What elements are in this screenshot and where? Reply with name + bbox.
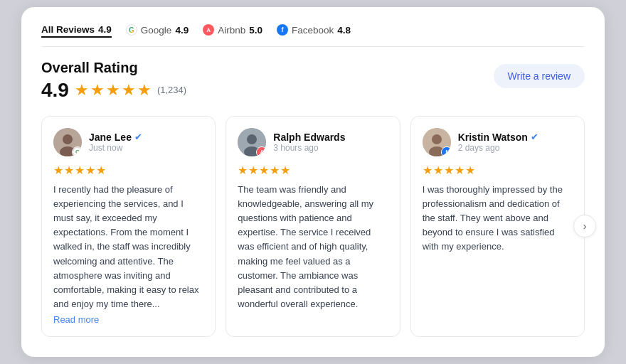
write-review-button[interactable]: Write a review: [494, 64, 585, 88]
star-2: ★: [90, 81, 105, 100]
platform-badge-2: A: [256, 146, 266, 156]
tab-google-label: Google: [141, 25, 172, 36]
reviewer-header-3: f Kristin Watson ✔ 2 days ago: [423, 128, 573, 156]
overall-score-row: 4.9 ★ ★ ★ ★ ★ (1,234): [41, 79, 186, 102]
tab-google-score: 4.9: [175, 25, 189, 36]
reviewer-header-1: G Jane Lee ✔ Just now: [53, 128, 203, 156]
review-card-3: f Kristin Watson ✔ 2 days ago ★ ★ ★ ★ ★: [410, 116, 585, 337]
reviews-widget: All Reviews 4.9 G Google 4.9 A Airbnb 5.…: [21, 7, 605, 357]
star-4: ★: [122, 81, 136, 100]
tab-airbnb-label: Airbnb: [218, 25, 245, 36]
reviewer-name-3: Kristin Watson: [458, 132, 528, 143]
read-more-link-1[interactable]: Read more: [53, 314, 203, 325]
overall-stars: ★ ★ ★ ★ ★: [75, 81, 152, 100]
overall-score: 4.9: [41, 79, 69, 102]
review-text-3: I was thoroughly impressed by the profes…: [423, 183, 573, 255]
tab-all-label: All Reviews: [41, 24, 95, 35]
reviewer-name-row-3: Kristin Watson ✔: [458, 132, 539, 143]
tab-facebook-label: Facebook: [292, 25, 334, 36]
star-1: ★: [75, 81, 89, 100]
reviewer-name-row-2: Ralph Edwards: [273, 132, 345, 143]
star-5: ★: [137, 81, 152, 100]
next-button[interactable]: ›: [573, 215, 596, 237]
tab-all-score: 4.9: [98, 24, 112, 35]
review-stars-1: ★ ★ ★ ★ ★: [53, 164, 203, 177]
tab-all-reviews[interactable]: All Reviews 4.9: [41, 24, 112, 38]
tab-facebook-score: 4.8: [337, 25, 351, 36]
reviewer-info-3: Kristin Watson ✔ 2 days ago: [458, 132, 539, 153]
reviewer-time-2: 3 hours ago: [273, 143, 345, 153]
reviewer-header-2: A Ralph Edwards 3 hours ago: [238, 128, 388, 156]
review-card-1: G Jane Lee ✔ Just now ★ ★ ★ ★ ★ I recen: [41, 116, 216, 337]
review-stars-2: ★ ★ ★ ★ ★: [238, 164, 388, 177]
reviewer-name-2: Ralph Edwards: [273, 132, 345, 143]
tab-google[interactable]: G Google 4.9: [126, 24, 189, 37]
google-icon: G: [126, 24, 137, 36]
avatar-3: f: [423, 128, 451, 156]
verified-icon-3: ✔: [531, 132, 539, 142]
svg-point-4: [247, 134, 257, 144]
reviewer-info-1: Jane Lee ✔ Just now: [89, 132, 142, 153]
reviewer-time-3: 2 days ago: [458, 143, 539, 153]
overall-title: Overall Rating: [41, 60, 186, 76]
review-cards-container: G Jane Lee ✔ Just now ★ ★ ★ ★ ★ I recen: [41, 116, 585, 337]
star-3: ★: [106, 81, 120, 100]
verified-icon-1: ✔: [134, 132, 142, 142]
review-text-1: I recently had the pleasure of experienc…: [53, 183, 203, 311]
tab-airbnb[interactable]: A Airbnb 5.0: [203, 24, 262, 37]
overall-rating-section: Overall Rating 4.9 ★ ★ ★ ★ ★ (1,234) Wri…: [41, 60, 585, 102]
platform-badge-3: f: [441, 146, 451, 156]
tab-facebook[interactable]: f Facebook 4.8: [277, 24, 351, 37]
facebook-icon: f: [277, 24, 288, 36]
review-text-2: The team was friendly and knowledgeable,…: [238, 183, 388, 311]
reviewer-info-2: Ralph Edwards 3 hours ago: [273, 132, 345, 153]
review-card-2: A Ralph Edwards 3 hours ago ★ ★ ★ ★ ★ Th…: [226, 116, 400, 337]
platform-badge-1: G: [72, 146, 82, 156]
svg-point-7: [432, 134, 442, 144]
airbnb-icon: A: [203, 24, 214, 36]
review-stars-3: ★ ★ ★ ★ ★: [423, 164, 573, 177]
review-count: (1,234): [157, 85, 186, 95]
svg-point-1: [63, 134, 73, 144]
tab-airbnb-score: 5.0: [249, 25, 262, 36]
avatar-1: G: [53, 128, 82, 156]
reviewer-time-1: Just now: [89, 143, 142, 153]
platform-tabs: All Reviews 4.9 G Google 4.9 A Airbnb 5.…: [41, 24, 585, 47]
reviewer-name-1: Jane Lee: [89, 132, 132, 143]
reviewer-name-row-1: Jane Lee ✔: [89, 132, 142, 143]
overall-left: Overall Rating 4.9 ★ ★ ★ ★ ★ (1,234): [41, 60, 186, 102]
avatar-2: A: [238, 128, 266, 156]
